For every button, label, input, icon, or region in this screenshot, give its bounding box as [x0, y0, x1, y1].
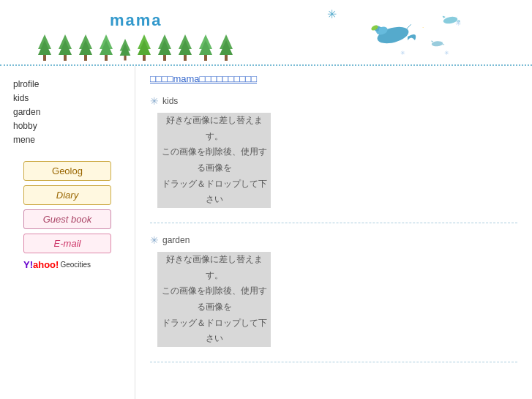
- sidebar-link-garden[interactable]: garden: [13, 107, 40, 117]
- kids-image-placeholder: 好きな画像に差し替えます。 この画像を削除後、使用する画像を ドラッグ＆ドロップ…: [157, 113, 271, 208]
- sidebar-item-garden[interactable]: garden: [7, 105, 127, 119]
- sidebar-item-hobby[interactable]: hobby: [7, 119, 127, 133]
- kids-section-icon: ✳: [150, 95, 159, 107]
- tree-icon: [218, 33, 234, 61]
- header: mama: [0, 0, 532, 66]
- placeholder-text-1: 好きな画像に差し替えます。: [157, 113, 271, 144]
- placeholder-text-6: ドラッグ＆ドロップして下さい: [157, 316, 271, 347]
- svg-text:✳: ✳: [327, 8, 337, 20]
- sidebar-link-kids[interactable]: kids: [13, 93, 29, 103]
- trees-decoration: [37, 33, 234, 61]
- garden-section-icon: ✳: [150, 234, 159, 246]
- sidebar-item-mene[interactable]: mene: [7, 133, 127, 146]
- tree-icon: [98, 33, 114, 61]
- birds-svg: ✳ ✳ ✳ ✳ ·: [327, 7, 473, 66]
- sidebar: plrofile kids garden hobby mene Geolog D…: [0, 66, 135, 399]
- placeholder-text-2: この画像を削除後、使用する画像を: [157, 144, 271, 176]
- svg-rect-26: [204, 55, 207, 61]
- geolog-button[interactable]: Geolog: [23, 161, 111, 181]
- geocities-label: Geocities: [60, 261, 91, 269]
- diary-button[interactable]: Diary: [23, 185, 111, 205]
- svg-rect-11: [105, 55, 108, 61]
- svg-text:·: ·: [422, 24, 424, 31]
- svg-rect-14: [124, 56, 126, 61]
- section-divider-2: [150, 362, 517, 362]
- garden-image-placeholder: 好きな画像に差し替えます。 この画像を削除後、使用する画像を ドラッグ＆ドロップ…: [157, 252, 271, 347]
- garden-section-header: ✳ garden: [150, 234, 517, 246]
- svg-text:✳: ✳: [444, 50, 449, 56]
- placeholder-text-3: ドラッグ＆ドロップして下さい: [157, 176, 271, 208]
- svg-rect-17: [143, 55, 146, 61]
- kids-section: ✳ kids 好きな画像に差し替えます。 この画像を削除後、使用する画像を ドラ…: [150, 95, 517, 208]
- kids-section-header: ✳ kids: [150, 95, 517, 107]
- sidebar-nav: plrofile kids garden hobby mene: [7, 77, 127, 146]
- tree-icon: [157, 33, 173, 61]
- tree-icon: [57, 33, 73, 61]
- yahoo-geocities-logo: Y!ahoo! Geocities: [23, 259, 111, 270]
- sidebar-link-mene[interactable]: mene: [13, 135, 35, 145]
- sidebar-link-hobby[interactable]: hobby: [13, 121, 37, 131]
- guestbook-button[interactable]: Guest book: [23, 209, 111, 229]
- main-layout: plrofile kids garden hobby mene Geolog D…: [0, 66, 532, 399]
- svg-rect-5: [64, 55, 67, 61]
- section-divider-1: [150, 223, 517, 223]
- svg-rect-20: [163, 55, 166, 61]
- sidebar-link-profile[interactable]: plrofile: [13, 79, 39, 89]
- svg-text:✳: ✳: [455, 19, 461, 27]
- garden-section-label: garden: [162, 235, 190, 245]
- site-title: mama: [110, 11, 162, 30]
- kids-section-label: kids: [162, 96, 178, 106]
- email-button[interactable]: E-mail: [23, 234, 111, 253]
- placeholder-text-5: この画像を削除後、使用する画像を: [157, 283, 271, 315]
- content-title: □□□□mama□□□□□□□□□□: [150, 73, 517, 84]
- tree-icon: [177, 33, 193, 61]
- sidebar-item-profile[interactable]: plrofile: [7, 77, 127, 91]
- tree-icon: [78, 33, 94, 61]
- tree-icon: [136, 33, 152, 61]
- content-area: □□□□mama□□□□□□□□□□ ✳ kids 好きな画像に差し替えます。 …: [135, 66, 532, 399]
- svg-rect-23: [184, 55, 187, 61]
- bird-decoration: ✳ ✳ ✳ ✳ ·: [327, 7, 473, 66]
- tree-icon: [198, 33, 214, 61]
- outer-wrapper: mama: [0, 0, 532, 399]
- tree-icon: [119, 37, 132, 61]
- svg-point-36: [432, 41, 443, 47]
- tree-icon: [37, 33, 53, 61]
- svg-text:✳: ✳: [400, 50, 405, 56]
- svg-rect-2: [43, 55, 46, 61]
- placeholder-text-4: 好きな画像に差し替えます。: [157, 252, 271, 283]
- svg-rect-8: [84, 55, 87, 61]
- garden-section: ✳ garden 好きな画像に差し替えます。 この画像を削除後、使用する画像を …: [150, 234, 517, 347]
- sidebar-item-kids[interactable]: kids: [7, 91, 127, 105]
- yahoo-brand: Y!ahoo!: [23, 259, 59, 270]
- svg-rect-29: [225, 55, 228, 61]
